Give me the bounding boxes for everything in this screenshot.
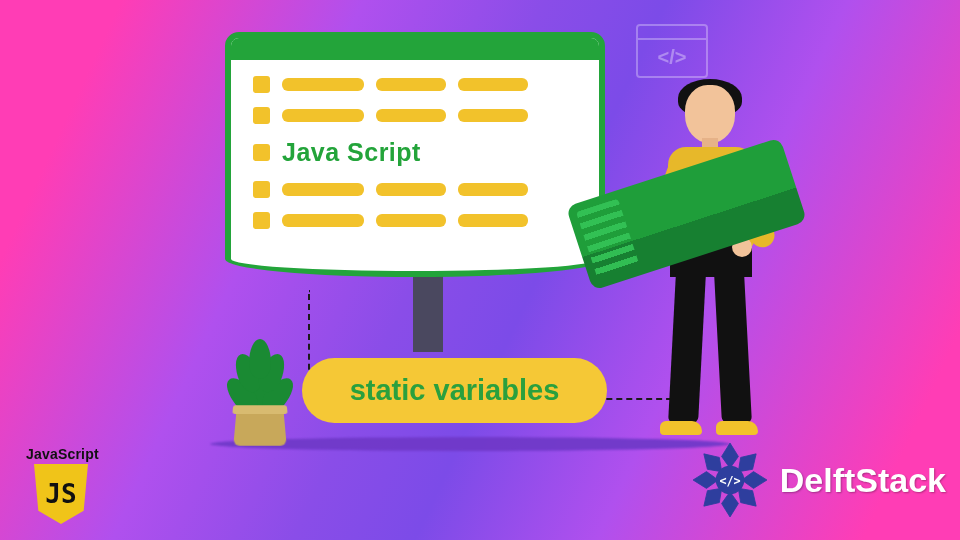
brand-name: DelftStack (780, 461, 946, 500)
javascript-caption: JavaScript (26, 446, 96, 462)
topic-pill: static variables (302, 358, 607, 423)
code-window-icon: </> (636, 24, 708, 78)
topic-pill-text: static variables (350, 374, 560, 407)
document-content: Java Script (253, 76, 577, 243)
javascript-shield-icon: JS (34, 464, 88, 524)
document-label: Java Script (282, 138, 421, 167)
mandala-icon: </> (688, 438, 772, 522)
mandala-glyph: </> (719, 474, 740, 488)
javascript-logo: JavaScript JS (26, 446, 96, 524)
document-card: Java Script (225, 32, 605, 277)
code-glyph: </> (638, 46, 706, 69)
plant-illustration (225, 325, 295, 445)
delftstack-logo: </> DelftStack (688, 438, 946, 522)
